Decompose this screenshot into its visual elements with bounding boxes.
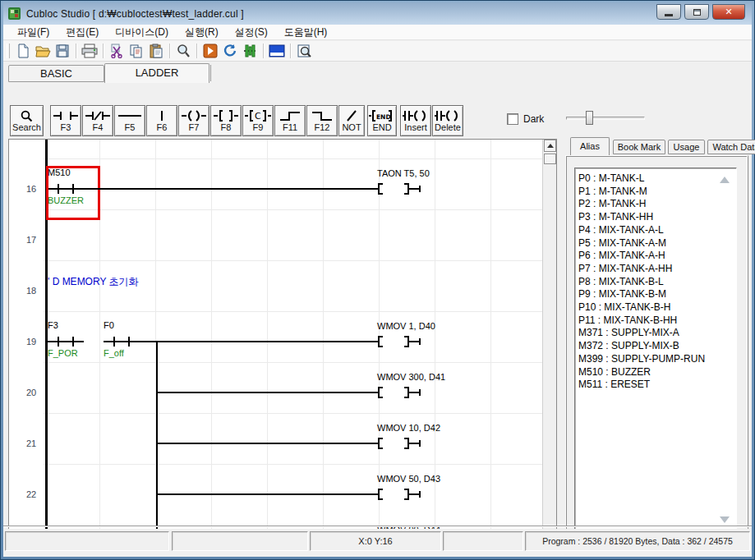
tab-ladder[interactable]: LADDER bbox=[104, 63, 209, 83]
cut-button[interactable] bbox=[107, 42, 127, 60]
tab-alias[interactable]: Alias bbox=[570, 137, 610, 155]
alias-item[interactable]: P2 : M-TANK-H bbox=[578, 198, 736, 211]
alias-item[interactable]: M399 : SUPPLY-PUMP-RUN bbox=[578, 353, 736, 366]
contact-no-symbol[interactable] bbox=[48, 336, 84, 347]
alias-item[interactable]: P5 : MIX-TANK-A-M bbox=[578, 237, 736, 250]
key-f12-button[interactable]: F12 bbox=[306, 105, 338, 136]
window-button[interactable] bbox=[267, 42, 287, 60]
paste-button[interactable] bbox=[146, 42, 166, 60]
key-f5-button[interactable]: F5 bbox=[114, 105, 145, 136]
output-symbol[interactable] bbox=[377, 183, 423, 195]
alias-item[interactable]: P0 : M-TANK-L bbox=[578, 172, 736, 186]
menu-file[interactable]: 파일(F) bbox=[10, 25, 57, 40]
alias-item[interactable]: P1 : M-TANK-M bbox=[578, 186, 736, 199]
menu-edit[interactable]: 편집(E) bbox=[58, 25, 106, 40]
output-symbol[interactable] bbox=[377, 336, 423, 347]
alias-item[interactable]: P3 : M-TANK-HH bbox=[578, 211, 736, 224]
dark-checkbox[interactable] bbox=[507, 113, 518, 125]
zoom-slider-thumb[interactable] bbox=[586, 111, 593, 125]
alias-item[interactable]: P7 : MIX-TANK-A-HH bbox=[578, 263, 736, 276]
menu-run[interactable]: 실행(R) bbox=[177, 25, 226, 40]
alias-item[interactable]: P6 : MIX-TANK-A-H bbox=[578, 250, 736, 263]
cut-icon bbox=[109, 44, 124, 58]
side-panel: Alias Book Mark Usage Watch Data P0 : M-… bbox=[564, 136, 750, 548]
find-button[interactable] bbox=[173, 42, 193, 60]
output-instruction[interactable]: WMOV 300, D41 bbox=[377, 372, 445, 382]
arrow-up-icon bbox=[547, 144, 554, 148]
output-instruction[interactable]: TAON T5, 50 bbox=[377, 168, 430, 178]
tab-watchdata[interactable]: Watch Data bbox=[707, 140, 755, 154]
key-f11-button[interactable]: F11 bbox=[274, 105, 306, 136]
output-instruction[interactable]: WMOV 10, D42 bbox=[377, 423, 440, 433]
contact-no-symbol[interactable] bbox=[104, 336, 140, 347]
delete-button[interactable]: Delete bbox=[432, 105, 463, 136]
selection-cursor bbox=[46, 166, 100, 220]
key-f7-button[interactable]: F7 bbox=[178, 105, 209, 136]
rung-wire bbox=[84, 188, 380, 190]
key-end-button[interactable]: END END bbox=[367, 105, 397, 136]
alias-item[interactable]: P10 : MIX-TANK-B-H bbox=[578, 301, 736, 314]
alias-groupbox: P0 : M-TANK-L P1 : M-TANK-M P2 : M-TANK-… bbox=[565, 155, 748, 544]
print-button[interactable] bbox=[80, 42, 99, 60]
new-file-button[interactable] bbox=[13, 42, 33, 60]
rung-comment[interactable]: ' D MEMORY 초기화 bbox=[48, 275, 139, 289]
alias-item[interactable]: P11 : MIX-TANK-B-HH bbox=[578, 314, 736, 328]
title-bar[interactable]: Cubloc Studio [ d:₩cubloctest₩test_ladde… bbox=[3, 2, 752, 25]
ladder-vscrollbar[interactable] bbox=[542, 140, 556, 545]
alias-item[interactable]: P8 : MIX-TANK-B-L bbox=[578, 276, 736, 289]
ladder-editor[interactable]: 16 17 18 19 20 21 22 23 M510 BUZZER TAON… bbox=[8, 139, 557, 546]
alias-item[interactable]: M371 : SUPPLY-MIX-A bbox=[578, 327, 736, 340]
output-symbol[interactable] bbox=[377, 489, 423, 500]
alias-item[interactable]: M510 : BUZZER bbox=[578, 366, 736, 379]
menu-device[interactable]: 디바이스(D) bbox=[108, 25, 176, 40]
menu-setup[interactable]: 설정(S) bbox=[228, 25, 275, 40]
open-file-button[interactable] bbox=[33, 42, 53, 60]
insert-button[interactable]: Insert bbox=[400, 105, 431, 136]
zoom-slider-track[interactable] bbox=[566, 117, 645, 120]
output-symbol[interactable] bbox=[377, 387, 423, 398]
tab-bookmark[interactable]: Book Mark bbox=[613, 140, 665, 154]
monitor-button[interactable] bbox=[240, 42, 260, 60]
search-button[interactable]: Search bbox=[10, 105, 44, 136]
key-not-button[interactable]: NOT bbox=[338, 105, 365, 136]
save-file-button[interactable] bbox=[53, 42, 72, 60]
contact-name[interactable]: F0 bbox=[104, 320, 114, 330]
reset-button[interactable] bbox=[220, 42, 240, 60]
copy-button[interactable] bbox=[127, 42, 146, 60]
list-scroll-up-icon[interactable] bbox=[720, 177, 730, 183]
key-f8-button[interactable]: F8 bbox=[210, 105, 242, 136]
output-instruction[interactable]: WMOV 1, D40 bbox=[377, 321, 435, 331]
minimize-button[interactable] bbox=[656, 4, 681, 20]
output-instruction[interactable]: WMOV 50, D43 bbox=[377, 474, 440, 484]
run-button[interactable] bbox=[200, 42, 220, 60]
delete-cell-icon bbox=[435, 109, 461, 122]
menu-help[interactable]: 도움말(H) bbox=[277, 25, 335, 40]
rung-number: 20 bbox=[21, 388, 42, 397]
status-panel-position: X:0 Y:16 bbox=[310, 531, 441, 551]
key-f9-button[interactable]: C F9 bbox=[242, 105, 274, 136]
tab-usage[interactable]: Usage bbox=[668, 140, 705, 154]
alias-item[interactable]: P9 : MIX-TANK-B-M bbox=[578, 288, 736, 301]
close-button[interactable]: ✕ bbox=[712, 4, 745, 20]
list-scroll-down-icon[interactable] bbox=[720, 516, 730, 523]
scrollbar-thumb[interactable] bbox=[544, 154, 556, 164]
key-f3-button[interactable]: F3 bbox=[50, 105, 81, 136]
rung-wire bbox=[156, 443, 380, 444]
svg-text:END: END bbox=[376, 113, 391, 121]
alias-item[interactable]: P4 : MIX-TANK-A-L bbox=[578, 224, 736, 237]
coil-icon bbox=[182, 109, 206, 122]
output-symbol[interactable] bbox=[377, 438, 423, 449]
open-file-icon bbox=[35, 44, 51, 58]
key-f6-button[interactable]: F6 bbox=[146, 105, 177, 136]
tab-basic[interactable]: BASIC bbox=[8, 65, 104, 82]
scroll-up-button[interactable] bbox=[544, 140, 556, 152]
reset-icon bbox=[223, 44, 237, 58]
contact-name[interactable]: F3 bbox=[48, 320, 58, 330]
key-f4-button[interactable]: F4 bbox=[82, 105, 113, 136]
alias-item[interactable]: M372 : SUPPLY-MIX-B bbox=[578, 340, 736, 353]
alias-item[interactable]: M511 : ERESET bbox=[578, 379, 736, 392]
contact-no-icon bbox=[53, 109, 78, 122]
alias-listbox[interactable]: P0 : M-TANK-L P1 : M-TANK-M P2 : M-TANK-… bbox=[574, 168, 737, 534]
preview-button[interactable] bbox=[294, 42, 314, 60]
restore-button[interactable] bbox=[684, 4, 709, 20]
